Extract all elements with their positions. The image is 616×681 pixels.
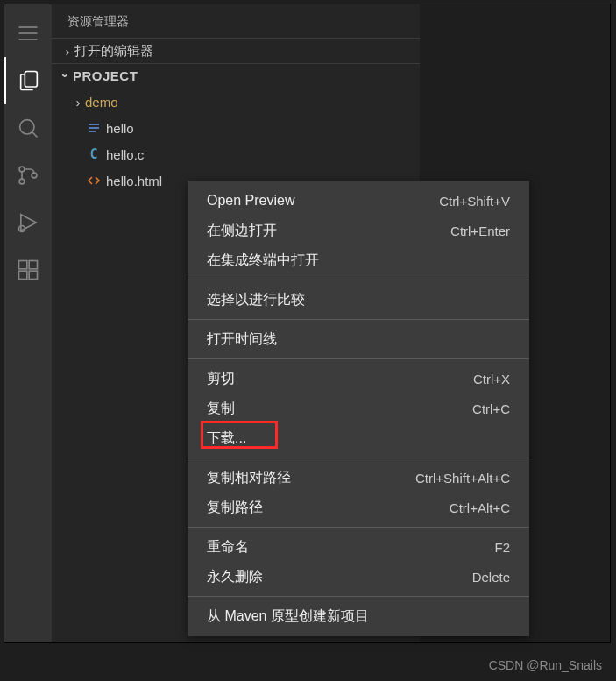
context-menu-item[interactable]: 在侧边打开Ctrl+Enter bbox=[188, 216, 529, 245]
svg-point-7 bbox=[19, 179, 25, 184]
chevron-right-icon: › bbox=[71, 95, 85, 110]
context-menu-label: 在侧边打开 bbox=[207, 222, 277, 240]
context-menu-label: 永久删除 bbox=[207, 568, 263, 586]
svg-rect-12 bbox=[29, 271, 37, 279]
watermark: CSDN @Run_Snails bbox=[489, 658, 602, 672]
extensions-icon[interactable] bbox=[4, 246, 52, 294]
context-menu-label: 在集成终端中打开 bbox=[207, 252, 319, 270]
context-menu-separator bbox=[188, 280, 529, 280]
context-menu-label: 下载... bbox=[207, 429, 246, 448]
context-menu-shortcut: F2 bbox=[494, 540, 510, 555]
context-menu-shortcut: Ctrl+Shift+Alt+C bbox=[415, 471, 510, 486]
context-menu-label: 复制相对路径 bbox=[207, 469, 291, 487]
context-menu-shortcut: Delete bbox=[472, 570, 510, 585]
context-menu-item[interactable]: 选择以进行比较 bbox=[188, 285, 529, 315]
context-menu-item[interactable]: 重命名F2 bbox=[188, 532, 529, 562]
context-menu-item[interactable]: 打开时间线 bbox=[188, 324, 529, 354]
menu-icon[interactable] bbox=[4, 10, 52, 57]
context-menu-shortcut: Ctrl+X bbox=[473, 372, 510, 387]
chevron-down-icon: › bbox=[59, 68, 74, 82]
context-menu-label: Open Preview bbox=[207, 193, 295, 209]
svg-point-4 bbox=[20, 120, 34, 134]
svg-rect-13 bbox=[29, 261, 37, 269]
source-control-icon[interactable] bbox=[4, 152, 52, 199]
context-menu-item[interactable]: 在集成终端中打开 bbox=[188, 245, 529, 275]
context-menu-item[interactable]: Open PreviewCtrl+Shift+V bbox=[188, 186, 529, 216]
activity-bar bbox=[4, 4, 52, 642]
context-menu-label: 剪切 bbox=[207, 370, 235, 388]
context-menu-shortcut: Ctrl+C bbox=[472, 401, 510, 416]
context-menu-label: 从 Maven 原型创建新项目 bbox=[207, 607, 369, 626]
project-label: PROJECT bbox=[73, 68, 138, 83]
explorer-icon[interactable] bbox=[4, 57, 52, 104]
context-menu-shortcut: Ctrl+Alt+C bbox=[450, 500, 510, 515]
context-menu-label: 复制路径 bbox=[207, 499, 263, 517]
open-editors-label: 打开的编辑器 bbox=[74, 43, 153, 60]
svg-line-5 bbox=[32, 132, 38, 138]
context-menu-label: 重命名 bbox=[207, 538, 249, 557]
context-menu-item[interactable]: 下载... bbox=[188, 423, 529, 453]
context-menu-separator bbox=[188, 358, 529, 359]
c-file-icon: C bbox=[85, 146, 103, 162]
html-file-icon bbox=[85, 174, 103, 188]
context-menu-label: 打开时间线 bbox=[207, 330, 277, 349]
context-menu-item[interactable]: 剪切Ctrl+X bbox=[188, 364, 529, 394]
context-menu-label: 选择以进行比较 bbox=[207, 291, 305, 309]
context-menu: Open PreviewCtrl+Shift+V在侧边打开Ctrl+Enter在… bbox=[188, 181, 529, 636]
context-menu-label: 复制 bbox=[207, 400, 235, 418]
context-menu-separator bbox=[188, 527, 529, 528]
svg-rect-10 bbox=[19, 261, 27, 269]
svg-rect-11 bbox=[19, 271, 27, 279]
context-menu-item[interactable]: 永久删除Delete bbox=[188, 562, 529, 592]
context-menu-item[interactable]: 从 Maven 原型创建新项目 bbox=[188, 601, 529, 631]
debug-icon[interactable] bbox=[4, 199, 52, 246]
context-menu-separator bbox=[188, 458, 529, 458]
svg-rect-3 bbox=[25, 72, 37, 88]
context-menu-item[interactable]: 复制Ctrl+C bbox=[188, 394, 529, 423]
context-menu-separator bbox=[188, 319, 529, 320]
context-menu-separator bbox=[188, 596, 529, 597]
context-menu-shortcut: Ctrl+Enter bbox=[450, 223, 510, 238]
context-menu-shortcut: Ctrl+Shift+V bbox=[439, 194, 510, 209]
context-menu-item[interactable]: 复制路径Ctrl+Alt+C bbox=[188, 493, 529, 522]
text-file-icon bbox=[85, 121, 103, 135]
search-icon[interactable] bbox=[4, 104, 52, 152]
chevron-right-icon: › bbox=[60, 44, 74, 59]
explorer-title: 资源管理器 bbox=[67, 14, 129, 30]
context-menu-item[interactable]: 复制相对路径Ctrl+Shift+Alt+C bbox=[188, 463, 529, 493]
svg-point-6 bbox=[19, 167, 25, 172]
svg-point-8 bbox=[32, 173, 37, 178]
